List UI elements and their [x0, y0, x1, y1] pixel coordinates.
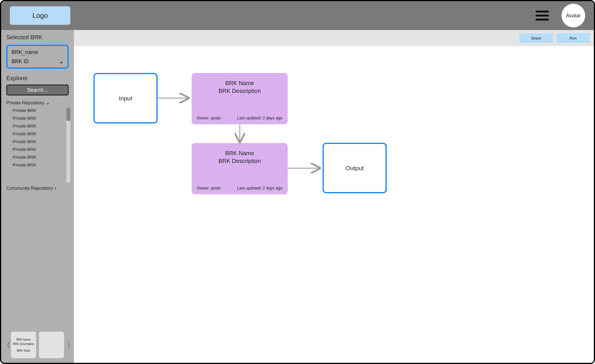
brk-node-1-name: BRK Name	[218, 79, 261, 87]
brk-node-1-title: BRK Name BRK Description	[218, 79, 261, 95]
selected-brk-id-row: BRK ID ⌄	[12, 58, 63, 65]
brk-carousel: 〈 BRK Name BRK Description BRK Stats 〉	[1, 330, 74, 359]
selected-brk-title: Selected BRK	[1, 34, 74, 43]
avatar[interactable]: Avatar	[562, 4, 585, 27]
input-node-label: Input	[119, 95, 132, 102]
list-item[interactable]: Private BRK	[13, 131, 68, 136]
brk-node-1-owner: Owner: jando	[197, 116, 221, 120]
brk-node-1-updated: Last updated: 2 days ago	[237, 116, 282, 120]
brk-node-2-footer: Owner: jando Last updated: 2 days ago	[197, 186, 282, 190]
scrollbar-track[interactable]	[66, 107, 70, 183]
list-item[interactable]: Private BRK	[13, 108, 68, 113]
list-item[interactable]: Private BRK	[13, 155, 68, 160]
private-repo-list: Private BRK Private BRK Private BRK Priv…	[5, 107, 70, 168]
carousel-card-empty[interactable]	[39, 332, 64, 358]
main-area: Share Run	[74, 30, 594, 363]
list-item[interactable]: Private BRK	[13, 162, 68, 167]
logo[interactable]: Logo	[10, 6, 70, 25]
sidebar: Selected BRK BRK_name BRK ID ⌄ Explorer …	[1, 30, 74, 363]
carousel-card[interactable]: BRK Name BRK Description BRK Stats	[11, 332, 36, 358]
share-button-label: Share	[531, 36, 541, 40]
output-node[interactable]: Output	[323, 143, 387, 193]
chevron-down-icon[interactable]: ⌄	[59, 58, 63, 65]
brk-node-1-desc: BRK Description	[218, 87, 261, 95]
chevron-down-icon: ⌄	[46, 100, 50, 106]
search-input[interactable]: Search...	[6, 85, 69, 95]
brk-node-2-name: BRK Name	[218, 149, 261, 157]
canvas-toolbar: Share Run	[74, 30, 594, 46]
flow-canvas[interactable]: Input BRK Name BRK Description Owner: ja…	[74, 46, 594, 363]
input-node[interactable]: Input	[93, 73, 158, 123]
carousel-prev-icon[interactable]: 〈	[3, 340, 8, 350]
private-repository-label: Private Repository	[6, 100, 44, 106]
private-repo-list-container: Private BRK Private BRK Private BRK Priv…	[5, 107, 70, 183]
carousel-next-icon[interactable]: 〉	[67, 340, 72, 350]
app-header: Logo Avatar	[1, 1, 594, 30]
carousel-card-desc: BRK Description	[13, 342, 34, 346]
avatar-label: Avatar	[566, 13, 581, 19]
list-item[interactable]: Private BRK	[13, 116, 68, 121]
chevron-right-icon: ›	[55, 186, 56, 191]
search-placeholder: Search...	[27, 87, 48, 93]
run-button-label: Run	[570, 36, 577, 40]
community-repository-label: Community Repository	[6, 186, 53, 191]
brk-node-1-footer: Owner: jando Last updated: 2 days ago	[197, 116, 282, 120]
brk-node-2[interactable]: BRK Name BRK Description Owner: jando La…	[192, 143, 288, 194]
brk-node-2-owner: Owner: jando	[197, 186, 221, 190]
brk-node-2-updated: Last updated: 2 days ago	[237, 186, 282, 190]
share-button[interactable]: Share	[519, 33, 553, 43]
list-item[interactable]: Private BRK	[13, 123, 68, 128]
app-frame: Logo Avatar Selected BRK BRK_name BRK ID…	[0, 0, 595, 364]
output-node-label: Output	[345, 165, 364, 172]
community-repository-toggle[interactable]: Community Repository ›	[1, 185, 74, 193]
carousel-card-name: BRK Name	[16, 338, 31, 341]
carousel-card-stats: BRK Stats	[17, 349, 30, 352]
list-item[interactable]: Private BRK	[13, 147, 68, 152]
selected-brk-card[interactable]: BRK_name BRK ID ⌄	[6, 45, 69, 69]
app-body: Selected BRK BRK_name BRK ID ⌄ Explorer …	[1, 30, 594, 363]
brk-node-2-title: BRK Name BRK Description	[218, 149, 261, 165]
logo-label: Logo	[32, 12, 48, 20]
list-item[interactable]: Private BRK	[13, 139, 68, 144]
scrollbar-thumb[interactable]	[66, 107, 70, 121]
private-repository-toggle[interactable]: Private Repository ⌄	[1, 100, 74, 107]
hamburger-icon[interactable]	[536, 11, 549, 20]
selected-brk-name: BRK_name	[12, 49, 63, 55]
selected-brk-id: BRK ID	[12, 59, 29, 65]
brk-node-2-desc: BRK Description	[218, 157, 261, 165]
run-button[interactable]: Run	[556, 33, 590, 43]
explorer-title: Explorer	[1, 74, 74, 85]
brk-node-1[interactable]: BRK Name BRK Description Owner: jando La…	[192, 73, 288, 124]
